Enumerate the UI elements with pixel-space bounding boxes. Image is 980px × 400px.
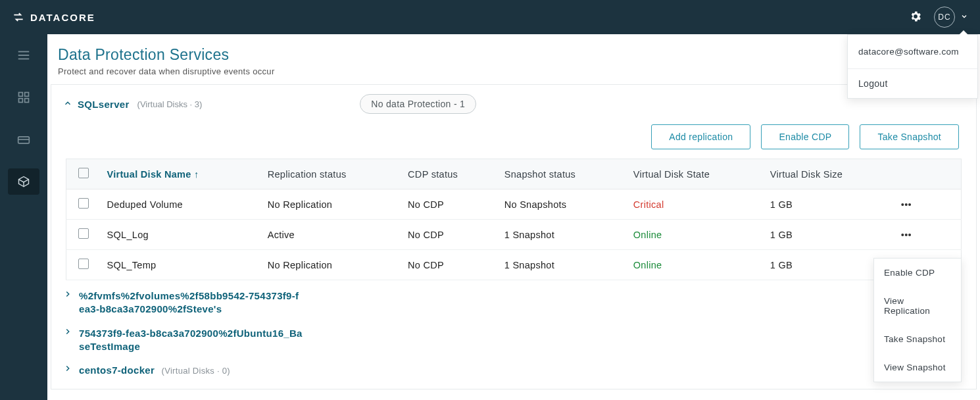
gear-icon[interactable] [909, 10, 922, 25]
col-cdp[interactable]: CDP status [401, 159, 498, 189]
cell-cdp: No CDP [401, 189, 498, 220]
col-actions [894, 159, 962, 189]
user-dropdown: datacore@software.com Logout [847, 34, 978, 99]
col-snapshot[interactable]: Snapshot status [498, 159, 627, 189]
cell-state: Critical [627, 189, 764, 220]
topbar: DATACORE DC [0, 0, 980, 34]
svg-rect-3 [19, 93, 23, 97]
cell-snapshot: No Snapshots [498, 189, 627, 220]
group-name: %2fvmfs%2fvolumes%2f58bb9542-754373f9-fe… [79, 289, 303, 316]
svg-rect-4 [25, 93, 29, 97]
logout-button[interactable]: Logout [848, 69, 977, 98]
table-header-row: Virtual Disk Name ↑ Replication status C… [66, 159, 962, 189]
cell-name: Deduped Volume [101, 189, 261, 220]
main-content: Data Protection Services Protect and rec… [47, 34, 980, 400]
group-meta: (Virtual Disks · 3) [137, 99, 203, 109]
row-checkbox[interactable] [78, 259, 89, 269]
ctx-take-snapshot[interactable]: Take Snapshot [874, 325, 961, 353]
sidebar-storage[interactable] [8, 126, 39, 153]
svg-rect-5 [19, 99, 23, 103]
page-title: Data Protection Services [58, 46, 969, 64]
cell-snapshot: 1 Snapshot [498, 250, 627, 280]
expand-icon[interactable] [63, 364, 72, 375]
col-state[interactable]: Virtual Disk State [627, 159, 764, 189]
select-all-checkbox[interactable] [78, 168, 89, 178]
group-name: 754373f9-fea3-b8ca3a702900%2fUbuntu16_Ba… [79, 327, 303, 354]
action-bar: Add replication Enable CDP Take Snapshot [51, 119, 971, 159]
cell-replication: No Replication [261, 250, 401, 280]
chevron-down-icon [960, 12, 968, 22]
sidebar-menu[interactable] [8, 42, 39, 68]
cell-size: 1 GB [764, 220, 894, 250]
cell-replication: Active [261, 220, 401, 250]
cell-replication: No Replication [261, 189, 401, 220]
col-name[interactable]: Virtual Disk Name ↑ [101, 159, 261, 189]
row-actions-icon[interactable]: ••• [894, 189, 962, 220]
disk-table: Virtual Disk Name ↑ Replication status C… [66, 159, 962, 280]
page-subtitle: Protect and recover data when disruptive… [58, 66, 969, 76]
group-card: SQLserver (Virtual Disks · 3) No data Pr… [51, 84, 977, 389]
cell-state: Online [627, 220, 764, 250]
col-replication[interactable]: Replication status [261, 159, 401, 189]
group-name: centos7-docker (Virtual Disks · 0) [79, 364, 230, 377]
group-header: SQLserver (Virtual Disks · 3) No data Pr… [51, 85, 976, 119]
protection-pill: No data Protection - 1 [360, 94, 476, 114]
avatar: DC [934, 7, 955, 28]
enable-cdp-button[interactable]: Enable CDP [761, 124, 849, 149]
row-checkbox[interactable] [78, 228, 89, 239]
cell-snapshot: 1 Snapshot [498, 220, 627, 250]
expand-icon[interactable] [63, 289, 72, 301]
cell-size: 1 GB [764, 189, 894, 220]
table-row[interactable]: Deduped VolumeNo ReplicationNo CDPNo Sna… [66, 189, 962, 220]
select-all-cell [66, 159, 101, 189]
topbar-right: DC [909, 7, 968, 28]
sidebar-data-protection[interactable] [8, 168, 39, 195]
group-name[interactable]: SQLserver [78, 99, 130, 110]
menu-pointer [959, 30, 968, 35]
expand-icon[interactable] [63, 327, 72, 338]
sort-asc-icon: ↑ [194, 169, 199, 180]
cell-cdp: No CDP [401, 220, 498, 250]
row-actions-icon[interactable]: ••• [894, 220, 962, 250]
cell-name: SQL_Log [101, 220, 261, 250]
row-checkbox[interactable] [78, 198, 89, 209]
sidebar-dashboard[interactable] [8, 84, 39, 111]
cell-name: SQL_Temp [101, 250, 261, 280]
collapsed-group[interactable]: %2fvmfs%2fvolumes%2f58bb9542-754373f9-fe… [51, 280, 976, 318]
table-row[interactable]: SQL_LogActiveNo CDP1 SnapshotOnline1 GB•… [66, 220, 962, 250]
col-size[interactable]: Virtual Disk Size [764, 159, 894, 189]
ctx-view-snapshot[interactable]: View Snapshot [874, 353, 961, 382]
svg-rect-6 [25, 99, 29, 103]
add-replication-button[interactable]: Add replication [651, 124, 750, 149]
take-snapshot-button[interactable]: Take Snapshot [860, 124, 959, 149]
brand-logo[interactable]: DATACORE [12, 11, 95, 24]
row-context-menu: Enable CDP View Replication Take Snapsho… [873, 258, 962, 382]
page-header: Data Protection Services Protect and rec… [47, 34, 980, 84]
ctx-enable-cdp[interactable]: Enable CDP [874, 259, 961, 287]
cell-cdp: No CDP [401, 250, 498, 280]
collapse-icon[interactable] [63, 99, 72, 110]
table-row[interactable]: SQL_TempNo ReplicationNo CDP1 SnapshotOn… [66, 250, 962, 280]
user-menu-trigger[interactable]: DC [934, 7, 968, 28]
sidebar [0, 34, 47, 400]
cell-state: Online [627, 250, 764, 280]
collapsed-group[interactable]: 754373f9-fea3-b8ca3a702900%2fUbuntu16_Ba… [51, 318, 976, 355]
ctx-view-replication[interactable]: View Replication [874, 287, 961, 325]
brand-text: DATACORE [30, 12, 95, 23]
user-email: datacore@software.com [848, 35, 977, 69]
brand-arrows-icon [12, 11, 25, 24]
avatar-initials: DC [938, 12, 950, 22]
collapsed-group[interactable]: centos7-docker (Virtual Disks · 0) [51, 355, 976, 389]
group-meta: (Virtual Disks · 0) [162, 366, 230, 376]
